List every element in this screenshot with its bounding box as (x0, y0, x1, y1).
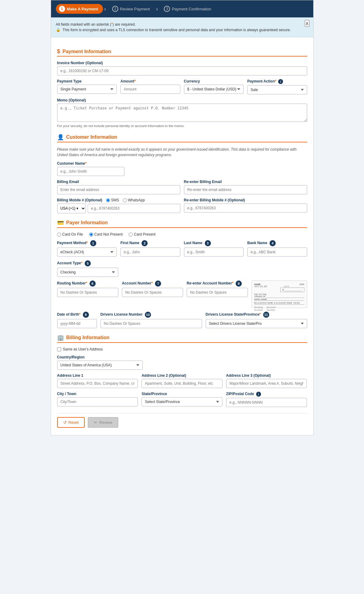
step-3[interactable]: 3 Payment Confirmation (159, 4, 216, 14)
reset-label: Reset (68, 420, 79, 425)
currency-select[interactable]: $ - United States Dollar (USD) € - Euro … (184, 85, 244, 94)
country-select[interactable]: United States of America (USA) Canada Un… (57, 361, 143, 370)
card-on-file-radio-label[interactable]: Card On File (57, 232, 83, 237)
first-name-input[interactable] (120, 248, 180, 257)
city-state-zip-row: City / Town State/Province Select State/… (57, 392, 307, 407)
country-label: Country/Region (57, 355, 143, 359)
sms-radio-label[interactable]: SMS (106, 198, 119, 202)
whatsapp-radio[interactable] (123, 198, 127, 202)
sms-radio[interactable] (106, 198, 110, 202)
email-row: Billing Email Re-enter Billing Email (57, 180, 307, 194)
customer-section-title: Customer Information (66, 134, 117, 140)
routing-input[interactable] (57, 288, 118, 297)
payment-section-header: $ Payment Information (57, 48, 307, 55)
dl-badge: 10 (145, 312, 151, 318)
whatsapp-radio-label[interactable]: WhatsApp (123, 198, 145, 202)
zip-label: ZIP/Postal Code i (226, 392, 307, 397)
bank-name-input[interactable] (247, 248, 307, 257)
account-number-input[interactable] (122, 288, 183, 297)
zip-input[interactable] (226, 398, 307, 407)
routing-row: Routing Number* 6 Account Number* 7 Re-e… (57, 280, 307, 308)
city-label: City / Town (57, 392, 138, 396)
amount-input[interactable] (120, 85, 180, 94)
mobile-row: Billing Mobile # (Optional) SMS WhatsApp… (57, 198, 307, 213)
country-code-select[interactable]: USA (+1) ▾ (57, 204, 86, 213)
email-reenter-input[interactable] (184, 185, 307, 194)
last-name-input[interactable] (184, 248, 244, 257)
person-icon: 👤 (57, 134, 64, 141)
account-type-group: Account Type* 5 Checking Savings (57, 260, 118, 277)
card-present-label: Card Present (134, 232, 156, 237)
collapse-button[interactable]: ∧ (305, 20, 310, 27)
payment-method-label: Payment Method* 1 (57, 240, 117, 246)
address1-input[interactable] (57, 379, 138, 388)
dl-state-select[interactable]: Select Drivers License State/Pro Alabama… (206, 319, 307, 328)
bank-name-badge: 4 (270, 240, 276, 246)
card-not-present-radio[interactable] (89, 233, 93, 237)
reenter-account-label: Re-enter Account Number* 8 (187, 280, 248, 287)
card-present-radio-label[interactable]: Card Present (129, 232, 156, 237)
payment-type-label: Payment Type (57, 79, 117, 83)
reenter-account-input[interactable] (187, 288, 248, 297)
check-image-container: NAME CITY, ST, ZIP 2630 DATE ___________… (252, 280, 307, 308)
zip-info-icon[interactable]: i (256, 392, 261, 397)
dl-state-group: Drivers License State/Province* 11 Selec… (206, 312, 307, 328)
payer-radio-row: Card On File Card Not Present Card Prese… (57, 232, 307, 237)
review-button[interactable]: ✏ Review (88, 417, 118, 428)
check-name: NAME CITY, ST, ZIP (254, 283, 267, 292)
dl-state-badge: 11 (263, 312, 269, 318)
memo-textarea[interactable] (57, 104, 307, 122)
card-not-present-radio-label[interactable]: Card Not Present (89, 232, 123, 237)
mobile-label-row: Billing Mobile # (Optional) SMS WhatsApp (57, 198, 180, 202)
step-2[interactable]: 2 Review Payment (107, 4, 155, 14)
customer-name-input[interactable] (57, 167, 124, 176)
address2-group: Address Line 2 (Optional) (142, 373, 222, 388)
state-select[interactable]: Select State/Province Alabama Alaska Ari… (142, 397, 222, 406)
routing-label: Routing Number* 6 (57, 280, 118, 287)
dl-label: Drivers License Number 10 (101, 312, 202, 318)
step-1-label: Make A Payment (67, 7, 98, 11)
payment-method-select[interactable]: eCheck (ACH) Credit Card (57, 248, 117, 257)
invoice-input[interactable] (57, 66, 307, 75)
routing-group: Routing Number* 6 (57, 280, 118, 297)
first-name-badge: 2 (142, 240, 148, 246)
payment-type-select[interactable]: Single Payment Recurring Payment (57, 85, 117, 94)
address2-input[interactable] (142, 379, 222, 388)
check-middle: PAY TO THEORDER OF _____________________… (254, 292, 304, 300)
card-on-file-label: Card On File (62, 232, 83, 237)
billing-divider (57, 342, 307, 343)
info-bar: ∧ All fields marked with an asterisk (*)… (51, 17, 313, 37)
address3-input[interactable] (226, 379, 307, 388)
same-address-label[interactable]: Same as User's Address (57, 347, 307, 351)
amount-group: Amount* (120, 79, 180, 94)
dob-input[interactable] (57, 319, 97, 328)
card-present-radio[interactable] (129, 233, 133, 237)
city-input[interactable] (57, 397, 138, 406)
payer-section-header: 💳 Payer Information (57, 219, 307, 226)
card-on-file-radio[interactable] (57, 233, 61, 237)
last-name-label: Last Name 3 (184, 240, 244, 246)
currency-wrapper: $ - United States Dollar (USD) € - Euro … (184, 85, 244, 94)
steps-bar: 1 Make A Payment › 2 Review Payment › 3 … (51, 0, 313, 17)
mobile-input[interactable] (88, 204, 180, 213)
reset-button[interactable]: ↺ Reset (57, 417, 85, 428)
currency-label: Currency (184, 79, 244, 83)
payment-action-select[interactable]: Sale Authorization (247, 85, 307, 94)
payer-section-title: Payer Information (66, 220, 108, 226)
dl-input[interactable] (101, 319, 202, 328)
building-icon: 🏢 (57, 334, 64, 341)
state-label: State/Province (142, 392, 222, 396)
same-address-checkbox[interactable] (57, 347, 61, 351)
account-type-select[interactable]: Checking Savings (57, 268, 118, 277)
email-input[interactable] (57, 185, 180, 194)
payment-type-wrapper: Single Payment Recurring Payment (57, 85, 117, 94)
reenter-account-group: Re-enter Account Number* 8 (187, 280, 248, 297)
step-1[interactable]: 1 Make A Payment (56, 4, 103, 14)
dl-state-label: Drivers License State/Province* 11 (206, 312, 307, 318)
payment-action-info-icon[interactable]: i (278, 79, 283, 84)
mobile-reenter-input[interactable] (184, 204, 307, 213)
state-group: State/Province Select State/Province Ala… (142, 392, 222, 407)
payment-action-label: Payment Action* i (247, 79, 307, 84)
customer-divider (57, 142, 307, 142)
memo-label: Memo (Optional) (57, 98, 307, 102)
